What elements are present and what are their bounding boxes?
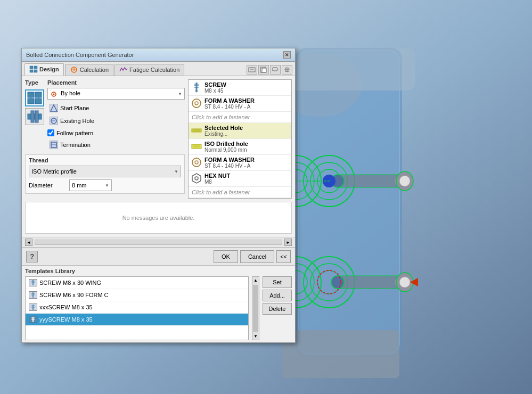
scroll-track[interactable]: [35, 240, 282, 245]
tmpl-scroll-up[interactable]: ▲: [252, 277, 259, 284]
chevron-button[interactable]: <<: [276, 250, 291, 263]
fastener-item-drilled-hole[interactable]: ISO Drilled hole Normal 9,000 mm: [189, 139, 291, 155]
existing-hole-button[interactable]: Existing Hole: [47, 114, 185, 127]
click-to-add-bottom-label: Click to add a fastener: [192, 189, 250, 195]
design-tab-icon: [29, 65, 38, 73]
svg-point-32: [317, 270, 341, 294]
placement-dropdown[interactable]: By hole ▼: [47, 88, 185, 100]
type-button-1[interactable]: [25, 89, 44, 106]
screw-spec: M8 x 45: [204, 88, 226, 94]
bottom-buttons-row: ? OK Cancel <<: [22, 248, 295, 265]
fastener-item-selected-hole[interactable]: Selected Hole Existing...: [189, 123, 291, 139]
tmpl-scroll-down[interactable]: ▼: [252, 333, 259, 340]
click-to-add-top[interactable]: Click to add a fastener: [189, 112, 291, 123]
drilled-hole-icon: [191, 141, 202, 152]
toolbar-btn-4[interactable]: [282, 65, 292, 75]
type-placement-row: Type: [25, 79, 185, 151]
svg-rect-10: [338, 175, 402, 187]
main-dialog: Bolted Connection Component Generator ✕ …: [21, 48, 296, 343]
template-item-1[interactable]: SCREW M8 x 30 WING: [26, 277, 248, 289]
help-button[interactable]: ?: [26, 251, 38, 262]
type1-icon: [27, 91, 43, 105]
svg-rect-5: [282, 330, 399, 378]
templates-section: Templates Library SCREW M8 x 30 WING SCR…: [22, 265, 295, 342]
thread-label: Thread: [29, 157, 181, 163]
svg-point-21: [304, 257, 355, 308]
fastener-nut-text: HEX NUT M8: [204, 173, 230, 185]
tab-fatigue[interactable]: Fatigue Calculation: [114, 64, 184, 76]
svg-point-25: [331, 276, 344, 289]
template-item-4[interactable]: yyySCREW M8 x 35: [26, 314, 248, 326]
template-icon-3: [29, 303, 37, 311]
add-button[interactable]: Add...: [263, 290, 292, 301]
diameter-dropdown-arrow: ▼: [105, 183, 109, 188]
nut-name: HEX NUT: [204, 173, 230, 179]
svg-point-69: [192, 99, 201, 108]
placement-label: Placement: [47, 79, 185, 86]
svg-rect-55: [31, 111, 34, 122]
toolbar-btn-3[interactable]: [270, 65, 281, 75]
fastener-item-screw[interactable]: SCREW M8 x 45: [189, 80, 291, 96]
nut-spec: M8: [204, 179, 230, 185]
scroll-right[interactable]: ►: [284, 239, 292, 246]
fastener-washer-bottom-text: FORM A WASHER ST 8.4 - 140 HV - A: [204, 157, 255, 169]
tab-design[interactable]: Design: [24, 63, 64, 76]
tab-calculation-label: Calculation: [80, 67, 109, 73]
calculation-tab-icon: [70, 66, 78, 73]
template-item-3[interactable]: xxxSCREW M8 x 35: [26, 301, 248, 314]
tab-calculation[interactable]: Calculation: [65, 64, 113, 76]
placement-dropdown-arrow: ▼: [178, 92, 182, 96]
fastener-screw-text: SCREW M8 x 45: [204, 81, 226, 94]
messages-text: No messages are available.: [122, 215, 195, 221]
toolbar-btn-2[interactable]: [258, 65, 269, 75]
svg-marker-33: [410, 278, 418, 286]
templates-label: Templates Library: [25, 268, 292, 274]
washer-top-spec: ST 8.4 - 140 HV - A: [204, 104, 255, 110]
svg-rect-49: [35, 92, 42, 97]
template-label-4: yyySCREW M8 x 35: [39, 316, 93, 323]
placement-dropdown-value: By hole: [50, 90, 80, 97]
svg-rect-74: [192, 144, 201, 149]
template-icon-4: [29, 316, 37, 323]
template-item-2[interactable]: SCREW M6 x 90 FORM C: [26, 289, 248, 301]
dialog-title: Bolted Connection Component Generator: [26, 52, 134, 58]
template-icon-2: [29, 291, 37, 299]
thread-profile-dropdown[interactable]: ISO Metric profile ▼: [29, 166, 181, 177]
svg-rect-50: [28, 98, 34, 104]
svg-rect-34: [30, 66, 33, 69]
set-button[interactable]: Set: [263, 276, 292, 288]
toolbar-btn-1[interactable]: [247, 65, 257, 75]
tmpl-scroll-thumb: [253, 285, 258, 332]
delete-button[interactable]: Delete: [263, 303, 292, 315]
svg-rect-37: [34, 70, 37, 72]
follow-pattern-checkbox[interactable]: [47, 129, 54, 136]
scroll-left[interactable]: ◄: [25, 239, 32, 246]
fastener-item-washer-bottom[interactable]: FORM A WASHER ST 8.4 - 140 HV - A: [189, 155, 291, 171]
ok-button[interactable]: OK: [214, 250, 238, 263]
svg-point-78: [195, 161, 198, 164]
termination-button[interactable]: Termination: [47, 138, 185, 151]
svg-point-27: [396, 273, 413, 292]
fastener-item-hex-nut[interactable]: HEX NUT M8: [189, 171, 291, 187]
diameter-dropdown[interactable]: 8 mm ▼: [69, 179, 112, 191]
svg-point-11: [331, 175, 344, 187]
screw-icon: [191, 81, 202, 93]
type-button-2[interactable]: [25, 108, 44, 125]
cancel-button[interactable]: Cancel: [240, 250, 274, 263]
svg-rect-35: [34, 66, 37, 69]
drilled-spec: Normal 9,000 mm: [204, 147, 248, 153]
svg-point-7: [310, 162, 348, 200]
fastener-washer-top-text: FORM A WASHER ST 8.4 - 140 HV - A: [204, 97, 255, 110]
type-section: Type: [25, 79, 44, 151]
svg-point-77: [192, 158, 201, 167]
click-to-add-bottom[interactable]: Click to add a fastener: [189, 187, 291, 198]
thread-section: Thread ISO Metric profile ▼ Diameter 8 m…: [25, 154, 185, 194]
svg-marker-68: [195, 91, 198, 93]
close-button[interactable]: ✕: [283, 51, 291, 59]
templates-scrollbar[interactable]: ▲ ▼: [252, 276, 259, 340]
start-plane-button[interactable]: Start Plane: [47, 102, 185, 114]
dialog-titlebar: Bolted Connection Component Generator ✕: [22, 48, 295, 62]
svg-rect-1: [296, 48, 402, 357]
existing-hole-icon: [50, 117, 58, 125]
fastener-item-washer-top[interactable]: FORM A WASHER ST 8.4 - 140 HV - A: [189, 96, 291, 112]
